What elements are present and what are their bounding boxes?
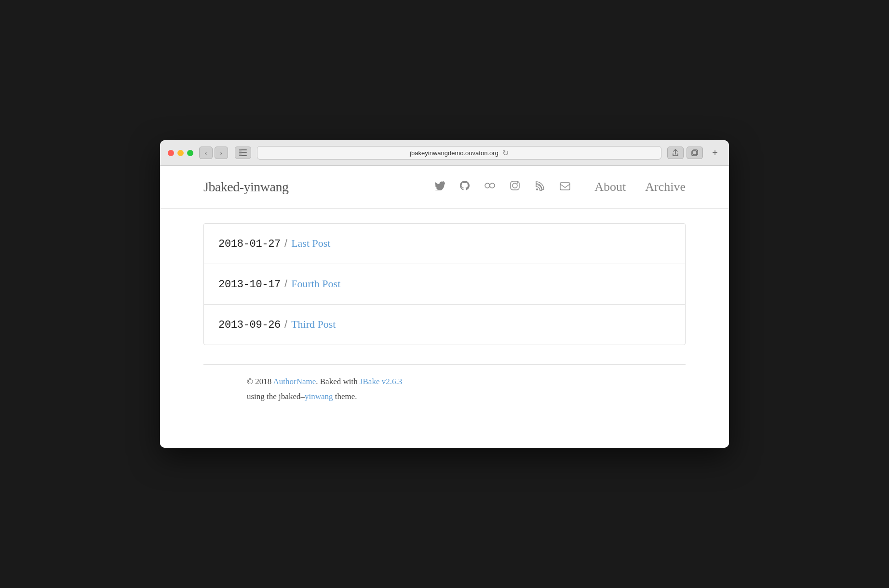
instagram-icon[interactable] xyxy=(510,180,520,194)
svg-rect-11 xyxy=(560,183,570,190)
footer-using-text: using the jbaked– xyxy=(247,392,305,401)
posts-container: 2018-01-27 / Last Post 2013-10-17 / Four… xyxy=(203,223,686,345)
post-link-0[interactable]: Last Post xyxy=(291,237,330,250)
svg-rect-3 xyxy=(239,149,242,156)
post-separator-1: / xyxy=(284,278,287,290)
browser-chrome: ‹ › jbakeyinwangdemo.ouvaton.org ↻ xyxy=(160,140,729,166)
post-date-0: 2018-01-27 xyxy=(218,238,281,250)
post-link-1[interactable]: Fourth Post xyxy=(291,278,340,290)
svg-point-6 xyxy=(485,183,490,188)
close-button[interactable] xyxy=(168,150,174,156)
nav-links: About Archive xyxy=(594,180,686,194)
post-item-0: 2018-01-27 / Last Post xyxy=(204,224,685,264)
nav-about[interactable]: About xyxy=(594,180,626,194)
tabs-button[interactable] xyxy=(687,147,703,159)
svg-point-7 xyxy=(490,183,495,188)
browser-actions xyxy=(667,147,703,159)
footer-line-2: using the jbaked–yinwang theme. xyxy=(247,389,642,404)
minimize-button[interactable] xyxy=(177,150,184,156)
flickr-icon[interactable] xyxy=(485,180,495,194)
footer-theme-suffix: theme. xyxy=(333,392,357,401)
address-bar[interactable]: jbakeyinwangdemo.ouvaton.org ↻ xyxy=(257,146,661,160)
footer-jbake-link[interactable]: JBake v2.6.3 xyxy=(360,377,402,386)
post-link-2[interactable]: Third Post xyxy=(291,318,336,331)
new-tab-button[interactable]: + xyxy=(709,147,721,159)
post-item-2: 2013-09-26 / Third Post xyxy=(204,305,685,345)
sidebar-button[interactable] xyxy=(235,147,251,159)
email-icon[interactable] xyxy=(560,181,570,193)
rss-icon[interactable] xyxy=(535,180,545,194)
forward-button[interactable]: › xyxy=(215,147,228,159)
site-footer: © 2018 AuthorName. Baked with JBake v2.6… xyxy=(203,364,686,423)
traffic-lights xyxy=(168,150,193,156)
post-date-2: 2013-09-26 xyxy=(218,319,281,331)
nav-buttons: ‹ › xyxy=(199,147,228,159)
footer-line-1: © 2018 AuthorName. Baked with JBake v2.6… xyxy=(247,374,642,389)
footer-baked-with: . Baked with xyxy=(316,377,360,386)
share-button[interactable] xyxy=(667,147,684,159)
back-button[interactable]: ‹ xyxy=(199,147,213,159)
post-item-1: 2013-10-17 / Fourth Post xyxy=(204,264,685,305)
refresh-icon[interactable]: ↻ xyxy=(502,148,509,158)
site-title: Jbaked-yinwang xyxy=(203,179,434,195)
svg-point-9 xyxy=(512,183,517,188)
site-header: Jbaked-yinwang xyxy=(160,166,729,209)
post-separator-2: / xyxy=(284,318,287,331)
nav-icons xyxy=(434,180,570,194)
footer-copyright: © 2018 xyxy=(247,377,273,386)
footer-theme-link[interactable]: yinwang xyxy=(305,392,333,401)
url-text: jbakeyinwangdemo.ouvaton.org xyxy=(410,149,498,157)
twitter-icon[interactable] xyxy=(434,181,445,193)
github-icon[interactable] xyxy=(459,180,470,194)
maximize-button[interactable] xyxy=(187,150,193,156)
nav-archive[interactable]: Archive xyxy=(645,180,686,194)
page-content: Jbaked-yinwang xyxy=(160,166,729,447)
browser-window: ‹ › jbakeyinwangdemo.ouvaton.org ↻ xyxy=(160,140,729,447)
post-separator-0: / xyxy=(284,237,287,250)
main-content: 2018-01-27 / Last Post 2013-10-17 / Four… xyxy=(160,209,729,447)
post-date-1: 2013-10-17 xyxy=(218,279,281,291)
footer-author-link[interactable]: AuthorName xyxy=(273,377,316,386)
svg-point-10 xyxy=(517,183,518,184)
